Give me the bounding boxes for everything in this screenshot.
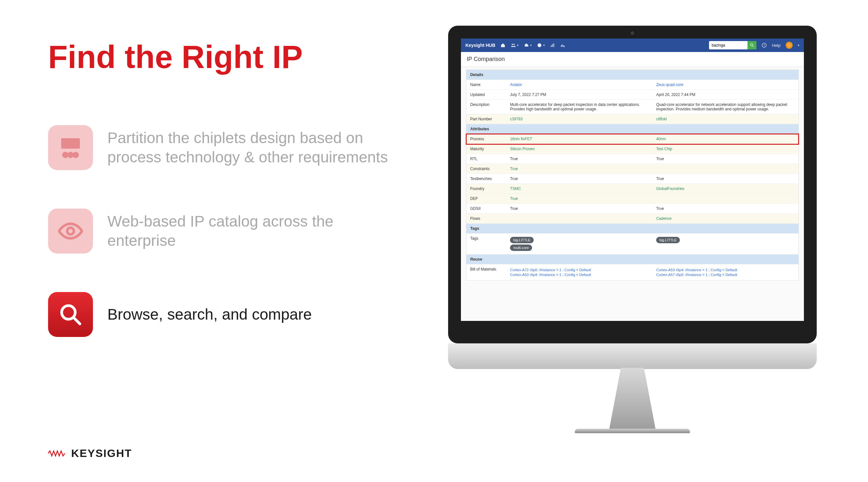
- row-name: Name Aviator Zeus-quad-core: [466, 80, 799, 90]
- svg-rect-11: [552, 44, 553, 47]
- comparison-panel: Details Name Aviator Zeus-quad-core Upda…: [466, 69, 799, 281]
- nav-cloud[interactable]: ▾: [524, 43, 532, 48]
- brand-text: KEYSIGHT: [71, 447, 132, 459]
- bom-link[interactable]: Cortex-A53 r0p4: #Instance = 1 ; Config …: [510, 273, 648, 277]
- tag-pill[interactable]: big.LITTLE: [510, 237, 534, 243]
- app-brand: Keysight HUB: [465, 43, 495, 48]
- monitor-mockup: Keysight HUB ▾ ▾ ▾ ? Help ▾ IP Compari: [448, 26, 817, 433]
- maturity-value: Test Chip: [656, 147, 672, 151]
- svg-point-3: [73, 152, 79, 158]
- row-foundry: Foundry TSMC GlobalFoundries: [466, 184, 799, 194]
- user-avatar[interactable]: [786, 42, 793, 49]
- process-value: 16nm finFET: [510, 137, 532, 141]
- svg-line-14: [753, 46, 754, 47]
- monitor-chin: [448, 343, 817, 369]
- tag-pill[interactable]: multi-core: [510, 245, 532, 251]
- row-constraints: Constraints True: [466, 164, 799, 174]
- foundry-value: GlobalFoundries: [656, 187, 684, 191]
- svg-rect-0: [61, 138, 80, 149]
- process-value: 40nm: [656, 137, 666, 141]
- search-icon: [48, 292, 93, 337]
- row-maturity: Maturity Silicon Proven Test Chip: [466, 144, 799, 154]
- svg-rect-10: [551, 45, 552, 47]
- svg-point-4: [67, 228, 74, 234]
- row-updated: Updated July 7, 2022 7:27 PM April 20, 2…: [466, 90, 799, 100]
- bullet-list: Partition the chiplets design based on p…: [48, 125, 394, 375]
- search-button[interactable]: [747, 41, 756, 50]
- page-title: IP Comparison: [461, 52, 804, 67]
- monitor-base: [575, 429, 690, 433]
- section-details: Details: [466, 70, 799, 80]
- help-link[interactable]: Help: [772, 43, 780, 48]
- bullet-search: Browse, search, and compare: [48, 292, 394, 337]
- maturity-value: Silicon Proven: [510, 147, 535, 151]
- group-icon: [48, 125, 93, 170]
- row-gdsii: GDSIITrueTrue: [466, 204, 799, 214]
- row-testbenches: TestbenchesTrueTrue: [466, 174, 799, 184]
- bullet-text: Web-based IP catalog across the enterpri…: [107, 212, 394, 250]
- ip-name-link[interactable]: Zeus-quad-core: [656, 83, 683, 87]
- bullet-partition: Partition the chiplets design based on p…: [48, 125, 394, 170]
- search-input[interactable]: [709, 42, 747, 49]
- slide-title: Find the Right IP: [48, 38, 303, 76]
- row-bom: Bill of Materials Cortex-A72 r0p0: #Inst…: [466, 264, 799, 281]
- row-description: Description Multi-core accelerator for d…: [466, 100, 799, 114]
- bom-link[interactable]: Cortex-A53 r0p4: #Instance = 1 ; Config …: [656, 268, 795, 272]
- bullet-catalog: Web-based IP catalog across the enterpri…: [48, 208, 394, 254]
- app-top-bar: Keysight HUB ▾ ▾ ▾ ? Help ▾: [461, 38, 804, 52]
- bom-link[interactable]: Cortex-A57 r0p0: #Instance = 1 ; Config …: [656, 273, 795, 277]
- app-screen: Keysight HUB ▾ ▾ ▾ ? Help ▾ IP Compari: [461, 38, 804, 321]
- bom-link[interactable]: Cortex-A72 r0p0: #Instance = 1 ; Config …: [510, 268, 648, 272]
- part-link[interactable]: cliffskt: [656, 117, 667, 121]
- foundry-value: TSMC: [510, 187, 521, 191]
- section-tags: Tags: [466, 224, 799, 234]
- svg-point-7: [512, 44, 513, 45]
- section-attributes: Attributes: [466, 124, 799, 134]
- eye-icon: [48, 208, 93, 254]
- row-flows: Flows Cadence: [466, 214, 799, 224]
- nav-chart[interactable]: [550, 43, 555, 48]
- camera-dot: [631, 31, 634, 35]
- ip-name-link[interactable]: Aviator: [510, 83, 522, 87]
- row-part-number: Part Number c39783 cliffskt: [466, 114, 799, 124]
- nav-home[interactable]: [500, 43, 505, 48]
- svg-point-8: [514, 44, 515, 45]
- nav-people[interactable]: ▾: [510, 43, 519, 48]
- svg-line-6: [74, 318, 80, 324]
- row-tags: Tags big.LITTLE multi-core big.LITTLE: [466, 234, 799, 254]
- tag-pill[interactable]: big.LITTLE: [656, 237, 680, 243]
- row-rtl: RTLTrueTrue: [466, 154, 799, 164]
- bullet-text: Partition the chiplets design based on p…: [107, 129, 394, 167]
- row-process: Process 16nm finFET 40nm: [466, 134, 799, 144]
- comparison-table: Details Name Aviator Zeus-quad-core Upda…: [466, 69, 799, 280]
- help-icon[interactable]: ?: [762, 43, 767, 48]
- svg-point-13: [751, 44, 753, 46]
- svg-rect-12: [554, 43, 554, 47]
- search-box: [709, 41, 756, 50]
- keysight-logo: KEYSIGHT: [48, 447, 132, 459]
- nav-tools[interactable]: [560, 43, 565, 48]
- svg-text:?: ?: [764, 44, 765, 47]
- section-reuse: Reuse: [466, 254, 799, 264]
- part-link[interactable]: c39783: [510, 117, 523, 121]
- nav-globe[interactable]: ▾: [537, 43, 545, 48]
- bullet-text: Browse, search, and compare: [107, 305, 312, 324]
- monitor-stand: [594, 368, 671, 429]
- row-def: DEF True: [466, 194, 799, 204]
